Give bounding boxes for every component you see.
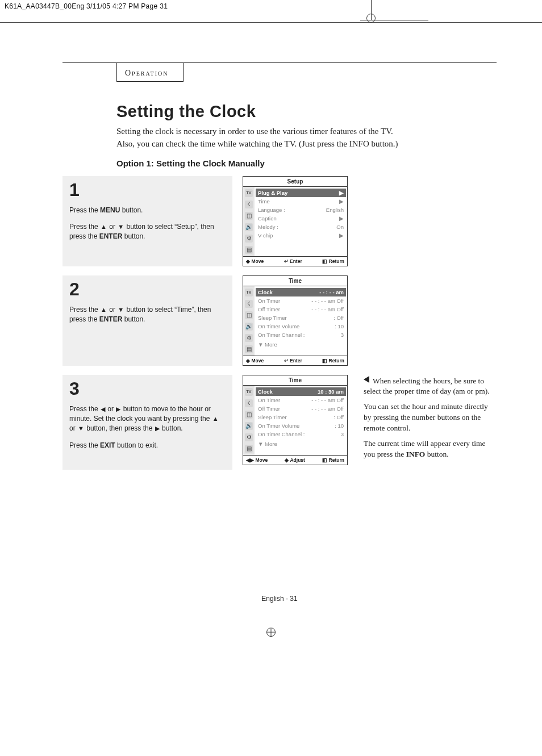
sound-icon: 🔊 bbox=[245, 422, 253, 430]
equalizer-icon: ▤ bbox=[245, 445, 253, 453]
step-text: Press the ▲ or ▼ button to select “Setup… bbox=[69, 222, 226, 242]
section-box: Operation bbox=[116, 63, 184, 82]
page-content: Operation Setting the Clock Setting the … bbox=[0, 23, 542, 625]
setup-icon: ⚙ bbox=[245, 334, 253, 342]
step-text: Press the EXIT button to exit. bbox=[69, 441, 226, 450]
picture-icon: ◫ bbox=[245, 212, 253, 220]
step-3: 3 Press the ◀ or ▶ button to move to the… bbox=[62, 375, 497, 470]
page-title: Setting the Clock bbox=[116, 102, 497, 121]
note-column: When selecting the hours, be sure to sel… bbox=[358, 375, 497, 470]
file-tag: K61A_AA03447B_00Eng 3/11/05 4:27 PM Page… bbox=[0, 0, 542, 23]
step-text: Press the MENU button. bbox=[69, 206, 226, 215]
sound-icon: 🔊 bbox=[245, 323, 253, 331]
antenna-icon: ☇ bbox=[245, 300, 253, 308]
tv-icon: TV bbox=[245, 189, 253, 197]
registration-mark bbox=[266, 628, 276, 637]
page-footer: English - 31 bbox=[62, 595, 497, 603]
antenna-icon: ☇ bbox=[245, 201, 253, 208]
tv-icon: TV bbox=[245, 388, 253, 396]
step-2: 2 Press the ▲ or ▼ button to select “Tim… bbox=[62, 275, 497, 366]
equalizer-icon: ▤ bbox=[245, 345, 253, 353]
osd-menu-setup: Setup TV ☇ ◫ 🔊 ⚙ ▤ Plug & Play▶Time▶Lang… bbox=[243, 176, 348, 266]
tv-icon: TV bbox=[245, 289, 253, 296]
osd-menu-time-set: Time TV ☇ ◫ 🔊 ⚙ ▤ Clock10 : 30 amOn Time… bbox=[243, 375, 348, 465]
setup-icon: ⚙ bbox=[245, 433, 253, 441]
osd-menu-time: Time TV ☇ ◫ 🔊 ⚙ ▤ Clock- - : - - amOn Ti… bbox=[243, 275, 348, 366]
setup-icon: ⚙ bbox=[245, 235, 253, 243]
picture-icon: ◫ bbox=[245, 411, 253, 419]
step-number: 2 bbox=[69, 280, 226, 298]
section-label: Operation bbox=[125, 69, 168, 77]
picture-icon: ◫ bbox=[245, 311, 253, 319]
option-heading: Option 1: Setting the Clock Manually bbox=[116, 158, 497, 168]
step-1: 1 Press the MENU button. Press the ▲ or … bbox=[62, 176, 497, 266]
antenna-icon: ☇ bbox=[245, 399, 253, 407]
sound-icon: 🔊 bbox=[245, 223, 253, 231]
step-text: Press the ▲ or ▼ button to select “Time”… bbox=[69, 305, 226, 325]
step-text: Press the ◀ or ▶ button to move to the h… bbox=[69, 404, 226, 434]
lead-paragraph: Setting the clock is necessary in order … bbox=[116, 126, 474, 151]
step-number: 1 bbox=[69, 181, 226, 199]
equalizer-icon: ▤ bbox=[245, 246, 253, 254]
left-arrow-icon bbox=[364, 376, 369, 383]
step-number: 3 bbox=[69, 379, 226, 398]
